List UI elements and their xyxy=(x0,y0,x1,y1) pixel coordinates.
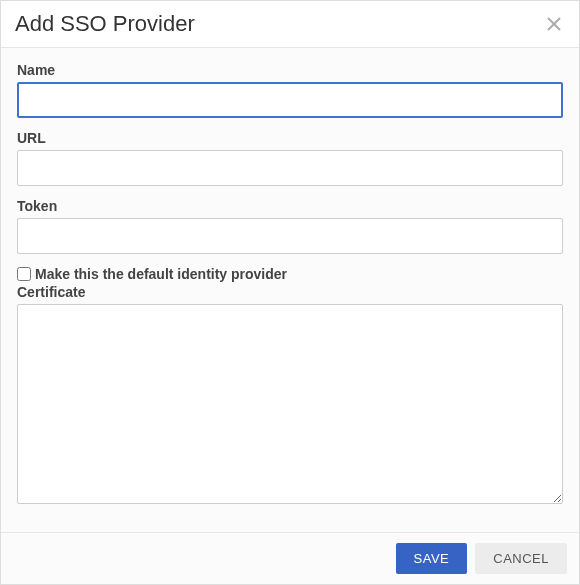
default-identity-row: Make this the default identity provider xyxy=(17,266,563,282)
save-button[interactable]: SAVE xyxy=(396,543,468,574)
dialog-body: Name URL Token Make this the default ide… xyxy=(1,48,579,532)
token-field: Token xyxy=(17,198,563,254)
default-identity-checkbox[interactable] xyxy=(17,267,31,281)
certificate-label: Certificate xyxy=(17,284,563,300)
close-icon xyxy=(546,16,562,32)
dialog-header: Add SSO Provider xyxy=(1,1,579,48)
certificate-textarea[interactable] xyxy=(17,304,563,504)
name-field: Name xyxy=(17,62,563,118)
token-label: Token xyxy=(17,198,563,214)
name-label: Name xyxy=(17,62,563,78)
url-label: URL xyxy=(17,130,563,146)
name-input[interactable] xyxy=(17,82,563,118)
url-input[interactable] xyxy=(17,150,563,186)
dialog-title: Add SSO Provider xyxy=(15,11,195,37)
cancel-button[interactable]: CANCEL xyxy=(475,543,567,574)
certificate-field: Certificate xyxy=(17,284,563,508)
close-button[interactable] xyxy=(543,13,565,35)
dialog-footer: SAVE CANCEL xyxy=(1,532,579,584)
token-input[interactable] xyxy=(17,218,563,254)
url-field: URL xyxy=(17,130,563,186)
default-identity-label: Make this the default identity provider xyxy=(35,266,287,282)
add-sso-provider-dialog: Add SSO Provider Name URL Token Make thi… xyxy=(0,0,580,585)
